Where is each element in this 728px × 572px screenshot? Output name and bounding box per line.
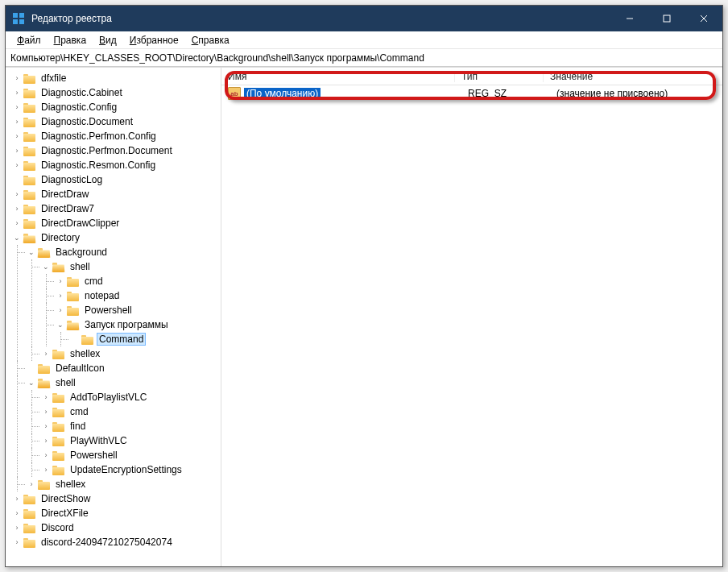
expand-icon[interactable]: › [41, 407, 51, 417]
tree-item[interactable]: Command [70, 332, 221, 346]
address-bar[interactable]: Компьютер\HKEY_CLASSES_ROOT\Directory\Ba… [6, 49, 722, 67]
expand-icon[interactable]: › [41, 349, 51, 359]
menu-favorites[interactable]: Избранное [123, 33, 185, 48]
close-button[interactable] [685, 6, 722, 31]
folder-icon [23, 218, 36, 229]
expand-icon[interactable]: › [12, 537, 22, 547]
tree-item[interactable]: ›Diagnostic.Perfmon.Config [12, 129, 221, 143]
tree-item[interactable]: ›dfxfile [12, 71, 221, 85]
tree-item[interactable]: DiagnosticLog [12, 172, 221, 187]
expand-icon[interactable]: › [56, 305, 65, 315]
expand-icon[interactable]: › [12, 102, 22, 112]
tree-item[interactable]: ›Diagnostic.Document [12, 114, 221, 129]
expand-icon[interactable]: › [41, 392, 51, 402]
tree-item-label: PlayWithVLC [68, 435, 129, 446]
expand-icon[interactable]: › [12, 494, 22, 504]
collapse-icon[interactable]: ⌄ [56, 320, 65, 330]
maximize-button[interactable] [648, 6, 685, 31]
tree-item[interactable]: ⌄Запуск программы [56, 317, 221, 332]
value-data: (значение не присвоено) [550, 88, 722, 99]
tree-item[interactable]: ›Powershell [41, 448, 221, 462]
expand-icon[interactable]: › [12, 508, 22, 518]
tree-item[interactable]: DefaultIcon [27, 361, 221, 375]
expand-icon[interactable]: › [41, 465, 51, 475]
tree-item-label: Запуск программы [83, 319, 170, 330]
expand-icon[interactable]: › [56, 276, 65, 286]
tree-item[interactable]: ⌄Background [27, 245, 221, 259]
expand-icon[interactable]: › [12, 117, 22, 126]
tree-item[interactable]: ›Diagnostic.Resmon.Config [12, 158, 221, 172]
menu-help[interactable]: Справка [185, 33, 236, 48]
svg-rect-3 [19, 19, 24, 24]
collapse-icon[interactable]: ⌄ [27, 378, 36, 388]
values-pane[interactable]: Имя Тип Значение ab (По умолчанию) REG_S… [221, 68, 722, 566]
folder-icon [52, 406, 65, 417]
tree-item[interactable]: ›cmd [41, 404, 221, 419]
expand-icon[interactable]: › [12, 523, 22, 533]
tree-item[interactable]: ›DirectDraw [12, 187, 221, 201]
menu-file[interactable]: Файл [10, 33, 48, 48]
tree-item[interactable]: ›DirectDrawClipper [12, 216, 221, 230]
expand-icon[interactable]: › [56, 291, 65, 301]
expand-icon[interactable]: › [12, 189, 22, 199]
expand-icon[interactable]: › [12, 160, 22, 170]
tree-item[interactable]: ›AddToPlaylistVLC [41, 390, 221, 404]
column-type[interactable]: Тип [455, 71, 544, 82]
tree-item[interactable]: ›DirectXFile [12, 506, 221, 520]
tree-item[interactable]: ›Diagnostic.Cabinet [12, 85, 221, 100]
folder-icon [23, 131, 36, 142]
column-name[interactable]: Имя [221, 71, 455, 82]
value-name: (По умолчанию) [244, 88, 461, 99]
expand-icon[interactable]: › [12, 131, 22, 141]
expand-icon[interactable]: › [12, 88, 22, 97]
tree-item[interactable]: ›DirectDraw7 [12, 201, 221, 216]
tree-item-label: dfxfile [39, 73, 68, 84]
tree-item[interactable]: ⌄shell [27, 375, 221, 390]
expand-icon[interactable]: › [27, 479, 36, 489]
expand-icon[interactable]: › [41, 421, 51, 431]
tree-item[interactable]: ›notepad [56, 288, 221, 303]
expand-icon[interactable]: › [41, 450, 51, 460]
collapse-icon[interactable]: ⌄ [41, 262, 51, 271]
folder-icon [23, 232, 36, 243]
expand-icon[interactable]: › [12, 73, 22, 83]
tree-item-label: Powershell [83, 305, 134, 316]
expand-icon[interactable]: › [12, 146, 22, 155]
tree-item[interactable]: ›Powershell [56, 303, 221, 317]
tree-item-label: DirectXFile [39, 508, 90, 519]
tree-item[interactable]: ›find [41, 419, 221, 433]
tree-item[interactable]: ›discord-240947210275042074 [12, 535, 221, 549]
tree-item[interactable]: ›shellex [27, 477, 221, 491]
tree-item[interactable]: ⌄shell [41, 259, 221, 274]
minimize-button[interactable] [611, 6, 648, 31]
expand-icon[interactable]: › [12, 218, 22, 228]
tree-item[interactable]: ›cmd [56, 274, 221, 288]
tree-item[interactable]: ›UpdateEncryptionSettings [41, 462, 221, 477]
menu-view[interactable]: Вид [93, 33, 123, 48]
tree-item[interactable]: ›DirectShow [12, 491, 221, 506]
tree-item[interactable]: ›Diagnostic.Config [12, 100, 221, 114]
tree-item[interactable]: ⌄Directory [12, 230, 221, 245]
expand-icon[interactable]: › [41, 436, 51, 446]
menu-edit[interactable]: Правка [48, 33, 93, 48]
column-data[interactable]: Значение [544, 71, 722, 82]
value-row[interactable]: ab (По умолчанию) REG_SZ (значение не пр… [221, 85, 722, 102]
svg-rect-1 [19, 13, 24, 18]
tree-item[interactable]: ›shellex [41, 346, 221, 361]
titlebar[interactable]: Редактор реестра [6, 6, 722, 31]
folder-icon [23, 174, 36, 185]
collapse-icon[interactable]: ⌄ [27, 247, 36, 257]
collapse-icon[interactable]: ⌄ [12, 233, 22, 242]
tree-item-label: shellex [54, 479, 87, 490]
expand-icon[interactable]: › [12, 204, 22, 213]
folder-icon [52, 261, 65, 272]
tree-item-label: Background [54, 247, 109, 258]
tree-item-label: shell [68, 261, 92, 272]
tree-item-label: Powershell [68, 450, 119, 461]
tree-item-label: cmd [83, 276, 105, 287]
registry-editor-window: Редактор реестра Файл Правка Вид Избранн… [5, 5, 723, 567]
tree-pane[interactable]: ›dfxfile›Diagnostic.Cabinet›Diagnostic.C… [6, 68, 221, 566]
tree-item[interactable]: ›PlayWithVLC [41, 433, 221, 448]
tree-item[interactable]: ›Diagnostic.Perfmon.Document [12, 143, 221, 158]
tree-item[interactable]: ›Discord [12, 520, 221, 535]
